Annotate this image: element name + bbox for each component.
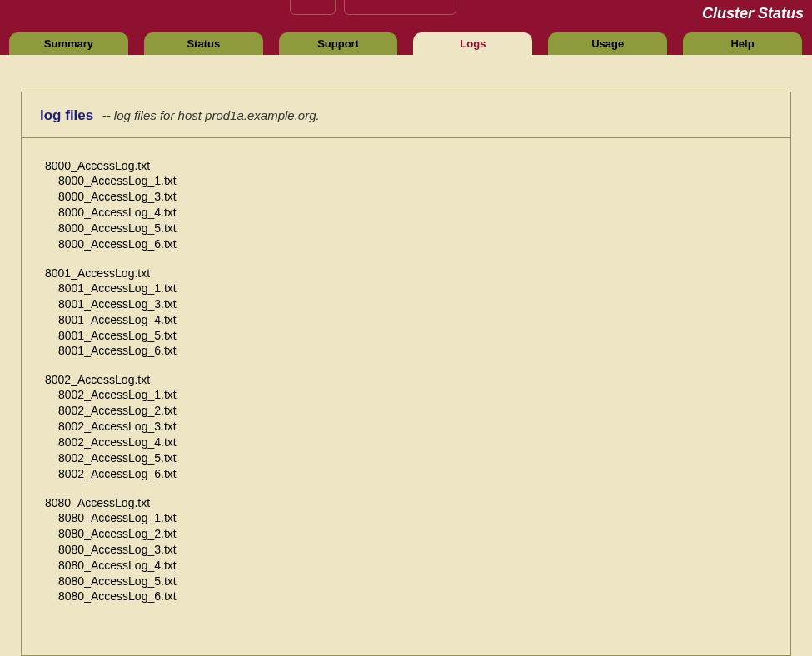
log-file-link[interactable]: 8080_AccessLog.txt [45,495,767,510]
log-file-link[interactable]: 8001_AccessLog_3.txt [45,296,767,312]
log-file-link[interactable]: 8002_AccessLog_5.txt [45,450,767,466]
panel-header: log files -- log files for host prod1a.e… [22,92,790,138]
log-file-link[interactable]: 8002_AccessLog.txt [45,372,767,387]
log-file-link[interactable]: 8002_AccessLog_2.txt [45,403,767,419]
log-file-link[interactable]: 8001_AccessLog.txt [45,266,767,281]
log-file-link[interactable]: 8001_AccessLog_4.txt [45,312,767,328]
log-file-link[interactable]: 8000_AccessLog_3.txt [45,189,767,205]
tab-help[interactable]: Help [683,32,802,55]
log-file-link[interactable]: 8080_AccessLog_1.txt [45,510,767,526]
header-button-wide[interactable] [344,0,456,15]
log-group: 8001_AccessLog.txt8001_AccessLog_1.txt80… [45,266,767,360]
header-button-small[interactable] [290,0,336,15]
log-file-link[interactable]: 8000_AccessLog_5.txt [45,221,767,236]
tab-strip: SummaryStatusSupportLogsUsageHelp [0,32,812,55]
log-file-link[interactable]: 8080_AccessLog_5.txt [45,574,767,589]
header-buttons-group [290,0,456,15]
content-area: log files -- log files for host prod1a.e… [0,55,812,656]
log-file-link[interactable]: 8080_AccessLog_6.txt [45,589,767,604]
panel-title: log files [40,107,93,123]
log-file-link[interactable]: 8080_AccessLog_4.txt [45,558,767,574]
log-file-link[interactable]: 8001_AccessLog_6.txt [45,343,767,359]
log-file-link[interactable]: 8000_AccessLog_6.txt [45,236,767,252]
tab-status[interactable]: Status [144,32,263,55]
log-file-link[interactable]: 8001_AccessLog_1.txt [45,281,767,296]
log-file-link[interactable]: 8000_AccessLog_1.txt [45,173,767,189]
log-file-link[interactable]: 8002_AccessLog_6.txt [45,466,767,482]
content-panel: log files -- log files for host prod1a.e… [21,92,791,656]
tab-usage[interactable]: Usage [548,32,667,55]
log-file-link[interactable]: 8000_AccessLog.txt [45,158,767,173]
log-group: 8000_AccessLog.txt8000_AccessLog_1.txt80… [45,158,767,252]
log-file-link[interactable]: 8002_AccessLog_4.txt [45,435,767,450]
tab-support[interactable]: Support [279,32,398,55]
log-file-link[interactable]: 8001_AccessLog_5.txt [45,328,767,344]
log-file-link[interactable]: 8080_AccessLog_3.txt [45,542,767,558]
tab-logs[interactable]: Logs [413,32,532,55]
log-file-link[interactable]: 8002_AccessLog_1.txt [45,387,767,403]
cluster-status-link[interactable]: Cluster Status [702,5,804,22]
log-file-link[interactable]: 8000_AccessLog_4.txt [45,205,767,221]
log-group: 8080_AccessLog.txt8080_AccessLog_1.txt80… [45,495,767,605]
tab-summary[interactable]: Summary [9,32,128,55]
log-group: 8002_AccessLog.txt8002_AccessLog_1.txt80… [45,372,767,482]
log-listing: 8000_AccessLog.txt8000_AccessLog_1.txt80… [22,138,790,626]
log-file-link[interactable]: 8080_AccessLog_2.txt [45,526,767,542]
panel-subtitle: -- log files for host prod1a.example.org… [102,108,320,122]
header-bar: Cluster Status [0,0,812,32]
log-file-link[interactable]: 8002_AccessLog_3.txt [45,419,767,435]
